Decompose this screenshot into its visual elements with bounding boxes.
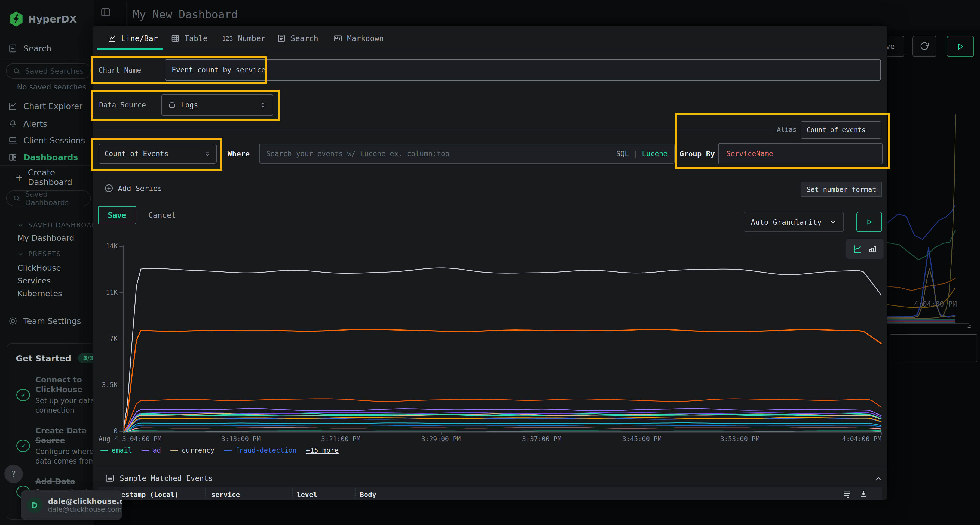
tab-bar: Line/Bar Table 123 Number Search [92,26,887,50]
resize-handle-icon[interactable] [965,322,972,328]
sidebar-item-client-sessions[interactable]: Client Sessions [8,133,85,148]
background-series-1 [887,230,956,260]
legend-item-email[interactable]: email [100,446,132,454]
y-tick-mark [119,339,123,339]
legend-dash [224,450,232,451]
sidebar-item-team-settings[interactable]: Team Settings [8,313,81,328]
column-header-body[interactable]: Body [360,491,376,499]
user-email: dale@clickhouse.c [48,497,122,505]
search-doc-icon [8,44,18,53]
legend-item-ad[interactable]: ad [141,446,161,454]
tab-markdown[interactable]: Markdown [334,28,384,49]
y-tick-label: 3.5K [96,381,118,389]
sidebar-item-alerts[interactable]: Alerts [8,116,47,132]
tab-search[interactable]: Search [277,28,318,49]
legend-item-fraud-detection[interactable]: fraud-detection [224,446,297,454]
main-chart[interactable] [123,243,882,434]
sidebar-item-search[interactable]: Search [8,41,51,56]
series-line-unlabeled-7 [123,423,881,432]
sidebar-item-clickhouse[interactable]: ClickHouse [18,262,61,274]
data-source-value: Logs [181,101,198,109]
sidebar-item-my-dashboard[interactable]: My Dashboard [18,232,74,244]
series-line-ad [123,409,881,432]
granularity-value: Auto Granularity [751,218,822,226]
sidebar-collapse-icon[interactable] [100,7,111,17]
sidebar-item-dashboards[interactable]: Dashboards [8,150,78,165]
sql-mode-toggle[interactable]: SQL [616,150,629,158]
alias-input[interactable]: Count of events [800,121,881,139]
brand[interactable]: HyperDX [9,11,77,27]
mode-separator: | [633,150,638,158]
tab-label: Number [238,34,266,43]
sample-events-header[interactable]: Sample Matched Events [105,472,213,484]
section-divider [92,466,887,467]
x-tick-mark [881,432,882,435]
create-dashboard-button[interactable]: + Create Dashboard [15,170,94,185]
column-separator[interactable] [205,488,205,498]
group-by-input[interactable]: ServiceName [718,143,883,164]
add-series-button[interactable]: Add Series [104,181,162,195]
saved-searches-placeholder: Saved Searches [25,67,84,75]
database-icon [168,101,176,109]
avatar-initial: D [32,501,38,509]
collapse-chevron-up-icon[interactable] [874,475,883,483]
tab-number[interactable]: 123 Number [222,28,266,49]
help-button[interactable]: ? [4,465,23,483]
column-separator[interactable] [355,488,356,498]
download-icon[interactable] [859,490,868,498]
legend-item-currency[interactable]: currency [170,446,214,454]
background-dashboard-preview: 4:04:00 PM [887,0,980,525]
group-by-value: ServiceName [726,150,773,158]
divider [0,165,94,166]
sidebar-item-label: Search [24,44,51,53]
y-tick-mark [119,292,123,293]
save-button[interactable]: Save [98,206,136,224]
chart-name-label: Chart Name [99,60,141,80]
section-presets[interactable]: PRESETS [17,248,61,260]
cancel-button[interactable]: Cancel [148,206,176,224]
add-series-label: Add Series [118,184,162,193]
gear-icon [8,316,18,326]
set-number-format-button[interactable]: Set number format [801,182,882,197]
help-glyph: ? [11,469,16,479]
column-header-service[interactable]: service [211,491,240,499]
sidebar-item-kubernetes[interactable]: Kubernetes [18,287,62,300]
where-input[interactable]: Search your events w/ Lucene ex. column:… [259,144,675,164]
granularity-select[interactable]: Auto Granularity [744,212,844,232]
legend-item--15-more[interactable]: +15 more [306,446,339,454]
chart-editor-modal: Line/Bar Table 123 Number Search [92,26,887,500]
y-tick-label: 11K [96,289,118,296]
x-tick-label: 3:13:00 PM [221,435,261,443]
lucene-mode-toggle[interactable]: Lucene [642,150,668,158]
background-chart [887,82,980,325]
y-tick-mark [119,385,123,385]
data-source-label: Data Source [99,94,146,116]
chart-name-input[interactable]: Event count by service [165,59,881,81]
chart-legend: emailadcurrencyfraud-detection+15 more [100,444,339,456]
column-separator[interactable] [292,488,293,498]
saved-dashboards-input[interactable]: Saved Dashboards [6,190,91,206]
tab-table[interactable]: Table [171,28,207,49]
wrap-lines-icon[interactable] [843,490,851,498]
saved-dashboards-placeholder: Saved Dashboards [25,190,88,207]
tab-label: Table [185,34,207,43]
sidebar-item-services[interactable]: Services [18,274,51,287]
data-source-select[interactable]: Logs [161,94,273,116]
hyperdx-logo-icon [9,11,23,27]
active-tab-underline [97,48,163,50]
aggregation-select[interactable]: Count of Events [99,144,217,164]
x-tick-label: 4:04:00 PM [842,435,882,443]
column-header-level[interactable]: level [297,491,317,499]
run-query-button[interactable] [856,212,882,232]
saved-dashboard-label: My Dashboard [18,233,74,243]
tab-line-bar[interactable]: Line/Bar [108,28,158,49]
user-menu[interactable]: D dale@clickhouse.c dale@clickhouse.com'… [21,490,122,520]
sidebar-item-chart-explorer[interactable]: Chart Explorer [8,98,83,114]
page-title[interactable]: My New Dashboard [133,8,238,21]
sidebar-item-label: Dashboards [24,152,78,162]
saved-searches-input[interactable]: Saved Searches [6,63,91,79]
sample-events-title: Sample Matched Events [120,474,213,482]
x-tick-mark [740,432,740,435]
x-tick-label: 3:29:00 PM [422,435,461,443]
brand-name: HyperDX [28,14,77,25]
